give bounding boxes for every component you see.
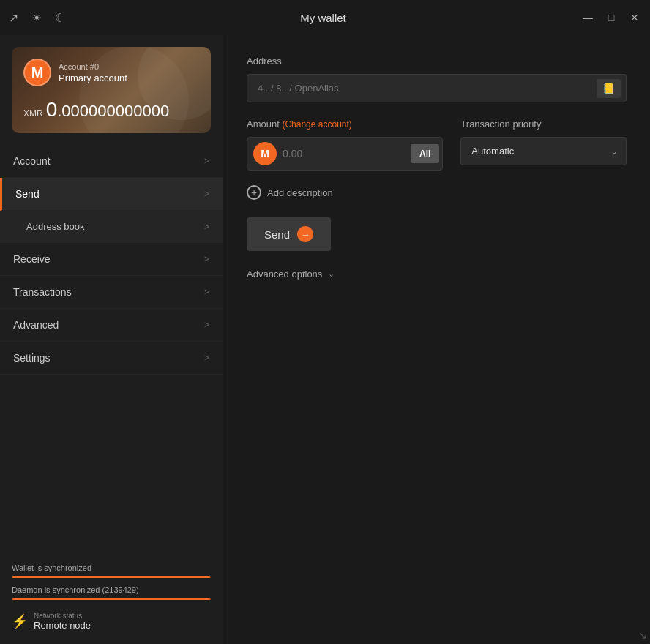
chevron-right-icon: > <box>204 254 209 264</box>
title-bar-left-icons: ↗ ☀ ☾ <box>9 11 65 25</box>
wallet-sync-label: Wallet is synchronized <box>12 564 211 572</box>
main-content: Address 📒 Amount (Change account) M All … <box>223 35 650 644</box>
monero-logo: M <box>23 59 51 86</box>
chevron-right-icon: > <box>204 156 209 166</box>
wallet-sync-bar-fill <box>12 576 211 578</box>
send-button-label: Send <box>264 228 290 241</box>
advanced-options-chevron-icon: ⌄ <box>328 269 335 279</box>
sidebar-item-send-label: Send <box>15 188 40 200</box>
account-name: Primary account <box>59 72 127 83</box>
address-input[interactable] <box>247 74 627 102</box>
network-text: Network status Remote node <box>34 612 91 631</box>
amount-label-text: Amount <box>247 119 280 130</box>
balance-integer: 0 <box>46 98 58 121</box>
account-info: Account #0 Primary account <box>59 62 127 83</box>
amount-input[interactable] <box>283 148 411 160</box>
chevron-right-icon: > <box>204 189 209 199</box>
sidebar-item-address-book[interactable]: Address book > <box>0 211 223 243</box>
address-input-wrap: 📒 <box>247 74 627 102</box>
sidebar: M Account #0 Primary account XMR0.000000… <box>0 35 223 644</box>
arrow-icon[interactable]: ↗ <box>9 11 18 25</box>
globe-icon[interactable]: ☀ <box>31 11 42 25</box>
daemon-sync-label: Daemon is synchronized (2139429) <box>12 585 211 594</box>
title-bar: ↗ ☀ ☾ My wallet — □ ✕ <box>0 0 650 35</box>
sync-status: Wallet is synchronized Daemon is synchro… <box>0 553 223 644</box>
all-button[interactable]: All <box>411 144 439 163</box>
sidebar-item-settings[interactable]: Settings > <box>0 342 223 375</box>
currency-label: XMR <box>23 108 43 119</box>
account-number: Account #0 <box>59 62 127 71</box>
priority-label: Transaction priority <box>460 119 627 130</box>
close-button[interactable]: ✕ <box>628 12 641 23</box>
maximize-button[interactable]: □ <box>605 12 618 23</box>
add-description-icon: + <box>247 185 261 200</box>
amount-input-wrap: M All <box>247 137 443 171</box>
sidebar-item-advanced-label: Advanced <box>13 319 59 331</box>
daemon-sync-bar-fill <box>12 598 211 600</box>
amount-priority-row: Amount (Change account) M All Transactio… <box>247 119 627 171</box>
sidebar-item-address-book-label: Address book <box>26 221 85 232</box>
send-button[interactable]: Send → <box>247 217 331 251</box>
minimize-button[interactable]: — <box>581 12 594 23</box>
daemon-sync-bar <box>12 598 211 600</box>
sidebar-item-account[interactable]: Account > <box>0 145 223 178</box>
balance-amount: 0.000000000000 <box>46 102 170 120</box>
priority-select[interactable]: Automatic Slow Normal Fast <box>460 137 627 165</box>
change-account-link[interactable]: (Change account) <box>282 119 351 130</box>
sidebar-item-account-label: Account <box>13 155 51 167</box>
account-card-header: M Account #0 Primary account <box>23 59 199 86</box>
network-value: Remote node <box>34 620 91 631</box>
title-bar-controls: — □ ✕ <box>581 12 641 23</box>
sidebar-item-transactions-label: Transactions <box>13 286 72 298</box>
chevron-right-icon: > <box>204 320 209 330</box>
moon-icon[interactable]: ☾ <box>55 11 65 25</box>
balance-decimal: .000000000000 <box>57 102 169 120</box>
address-label: Address <box>247 56 627 67</box>
advanced-options-toggle[interactable]: Advanced options ⌄ <box>247 269 627 280</box>
priority-section: Transaction priority Automatic Slow Norm… <box>460 119 627 165</box>
sidebar-item-receive-label: Receive <box>13 253 51 265</box>
wallet-sync-bar <box>12 576 211 578</box>
sidebar-item-settings-label: Settings <box>13 352 51 364</box>
add-description-label: Add description <box>267 187 333 198</box>
network-status: ⚡ Network status Remote node <box>12 607 211 638</box>
amount-section: Amount (Change account) M All <box>247 119 443 171</box>
resize-handle[interactable]: ↘ <box>638 629 647 641</box>
chevron-right-icon: > <box>204 353 209 363</box>
window-title: My wallet <box>65 12 581 24</box>
monero-amount-logo: M <box>253 142 277 165</box>
sidebar-item-receive[interactable]: Receive > <box>0 243 223 276</box>
send-arrow-icon: → <box>297 226 313 242</box>
sidebar-item-advanced[interactable]: Advanced > <box>0 309 223 342</box>
lightning-icon: ⚡ <box>12 613 28 629</box>
network-label: Network status <box>34 612 91 620</box>
account-balance: XMR0.000000000000 <box>23 98 199 121</box>
account-card: M Account #0 Primary account XMR0.000000… <box>12 47 211 133</box>
nav-items: Account > Send > Address book > Receive … <box>0 145 223 553</box>
priority-select-wrap: Automatic Slow Normal Fast ⌄ <box>460 137 627 165</box>
sidebar-item-transactions[interactable]: Transactions > <box>0 276 223 309</box>
main-layout: M Account #0 Primary account XMR0.000000… <box>0 35 650 644</box>
add-description-button[interactable]: + Add description <box>247 185 627 200</box>
sidebar-item-send[interactable]: Send > <box>0 178 223 211</box>
advanced-options-label: Advanced options <box>247 269 322 280</box>
chevron-right-icon: > <box>204 287 209 297</box>
address-book-button[interactable]: 📒 <box>597 79 621 98</box>
chevron-right-icon: > <box>204 222 209 232</box>
amount-label: Amount (Change account) <box>247 119 443 130</box>
